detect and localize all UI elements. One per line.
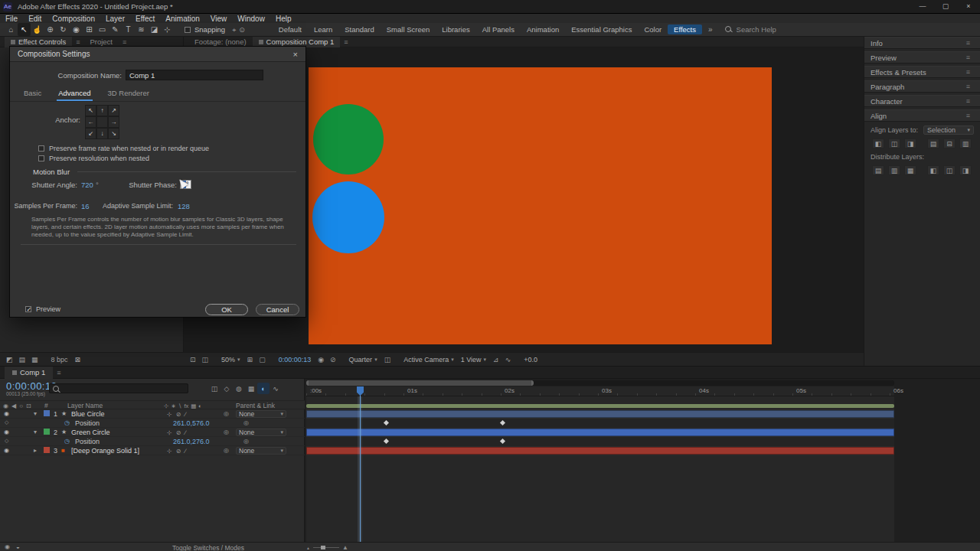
distribute-h-center-icon[interactable]: ◫ [943,165,956,175]
switch-icon[interactable]: ⊹ [167,429,172,436]
snapping-checkbox[interactable] [185,27,191,33]
show-channel-icon[interactable]: ⊘ [330,356,336,364]
layer-bar-green-circle[interactable] [306,429,894,436]
switch-icon[interactable]: ⊹ [167,411,172,418]
resolution-dropdown[interactable]: Quarter ▾ [349,356,377,364]
preserve-framerate-checkbox[interactable] [38,145,44,152]
delete-icon[interactable]: ⊠ [75,356,81,364]
panel-menu-icon[interactable]: ≡ [344,38,348,46]
position-value[interactable]: 261.0,276.0 [173,438,210,445]
layer-row-blue-circle[interactable]: ◉ ▾ 1 ★ Blue Circle ⊹⊘∕ ◎ None ▾ [0,409,305,419]
blue-circle[interactable] [312,181,384,253]
anchor-arrow-button[interactable]: ↗ [108,105,119,116]
draft-3d-icon[interactable]: ◇ [220,383,233,394]
property-name[interactable]: Position [75,438,100,445]
workspace-overflow-icon[interactable]: » [708,25,713,34]
toggle-switches-modes-button[interactable]: Toggle Switches / Modes [172,544,244,551]
zoom-in-icon[interactable]: ▲ [342,544,348,551]
zoom-out-icon[interactable]: ▲ [306,546,310,550]
twirl-open-icon[interactable]: ▾ [34,429,37,435]
timeline-tab-comp1[interactable]: Comp 1 [5,367,53,379]
pen-tool-icon[interactable]: ✎ [109,23,122,36]
layer-name[interactable]: [Deep Orange Solid 1] [71,447,139,455]
shutter-angle-value[interactable]: 720 [81,181,93,189]
time-navigator-handle[interactable] [306,380,534,386]
eye-icon[interactable]: ◉ [4,410,9,417]
menu-item[interactable]: Effect [130,15,160,23]
distribute-bottom-icon[interactable]: ▦ [904,165,916,175]
hand-tool-icon[interactable]: ☝ [31,23,44,36]
orange-solid-canvas[interactable] [309,67,772,344]
selection-tool-icon[interactable]: ↖ [18,23,31,36]
menu-item[interactable]: Layer [100,15,130,23]
keyframe-nav-icon[interactable]: ◇ [5,419,8,425]
keyframe-nav-icon[interactable]: ◇ [5,438,8,444]
eye-icon[interactable]: ◉ [4,429,9,435]
panel-menu-icon[interactable]: ≡ [966,54,970,61]
switch-icon[interactable]: ∕ [185,411,185,418]
adaptive-sample-limit-value[interactable]: 128 [178,202,190,210]
workspace-tab-all-panels[interactable]: All Panels [476,24,521,34]
twirl-open-icon[interactable]: ▾ [34,410,37,417]
anchor-arrow-button[interactable]: ↑ [96,105,108,116]
parent-link-dropdown[interactable]: None ▾ [236,429,286,436]
panel-header-effects-presets[interactable]: Effects & Presets ≡ [864,66,980,78]
distribute-right-icon[interactable]: ◨ [959,165,972,175]
camera-view-dropdown[interactable]: Active Camera ▾ [403,356,454,364]
timeline-zoom-control[interactable]: ▲ ▲ [306,544,348,551]
snap-to-feature-icon[interactable]: ⌖ [232,26,236,34]
menu-item[interactable]: Animation [160,15,204,23]
clone-stamp-tool-icon[interactable]: ◪ [148,23,161,36]
view-layout-dropdown[interactable]: 1 View ▾ [461,356,486,364]
search-help[interactable]: Search Help [725,25,776,34]
panel-header-align[interactable]: Align ≡ [864,109,980,122]
grid-guides-icon[interactable]: ⊞ [247,356,253,364]
align-right-icon[interactable]: ◨ [904,139,916,148]
workspace-tab-standard[interactable]: Standard [338,24,381,34]
layer-name-column[interactable]: Layer Name [67,402,103,409]
switch-icon[interactable]: ⊘ [176,411,181,418]
snap-options-icon[interactable]: ⊙ [239,26,245,34]
av-status-icon[interactable]: ◉ [5,543,10,550]
align-v-center-icon[interactable]: ⊟ [943,139,956,148]
minimize-button[interactable]: — [911,0,934,13]
pick-whip-icon[interactable]: ◎ [243,438,249,445]
eye-icon[interactable]: ◉ [4,447,9,454]
switch-icon[interactable]: ∕ [185,448,185,455]
align-h-center-icon[interactable]: ◫ [888,139,900,148]
type-tool-icon[interactable]: T [122,23,135,36]
workspace-tab-color[interactable]: Color [638,24,668,34]
brush-tool-icon[interactable]: ≋ [135,23,148,36]
label-color-chip[interactable] [44,429,50,435]
comp-mini-flowchart-icon[interactable]: ◫ [208,383,220,394]
shy-layers-icon[interactable]: ◍ [233,383,245,394]
zoom-slider-thumb[interactable] [321,546,325,549]
distribute-top-icon[interactable]: ▤ [872,165,884,175]
pick-whip-icon[interactable]: ◎ [224,429,229,435]
always-preview-icon[interactable]: ⊡ [190,356,196,364]
ok-button[interactable]: OK [205,304,248,315]
bit-depth-indicator[interactable]: 8 bpc [51,356,68,364]
panel-menu-icon[interactable]: ≡ [966,97,970,105]
switch-icon[interactable]: ⊘ [176,429,181,436]
menu-item[interactable]: File [0,15,23,23]
layer-row-orange-solid[interactable]: ◉ ▸ 3 ■ [Deep Orange Solid 1] ⊹⊘∕ ◎ None… [0,446,305,455]
align-layers-to-dropdown[interactable]: Selection ▾ [923,126,974,135]
panel-menu-icon[interactable]: ≡ [57,369,60,377]
tab-3d-renderer[interactable]: 3D Renderer [106,87,151,101]
switch-icon[interactable]: ⊘ [176,448,181,455]
pan-behind-tool-icon[interactable]: ⊞ [83,23,96,36]
pick-whip-icon[interactable]: ◎ [224,410,229,417]
panel-menu-icon[interactable]: ≡ [966,39,970,47]
workspace-tab-default[interactable]: Default [273,24,308,34]
time-ruler[interactable]: :00s01s02s03s04s05s06s [306,386,894,396]
parent-link-column[interactable]: Parent & Link [236,402,275,409]
panel-menu-icon[interactable]: ≡ [966,112,970,119]
property-row-position-2[interactable]: ◇ ◷ Position 261.0,276.0 ◎ [0,437,305,446]
graph-editor-icon[interactable]: ∿ [270,383,282,394]
distribute-left-icon[interactable]: ◧ [927,165,939,175]
property-row-position-1[interactable]: ◇ ◷ Position 261.0,576.0 ◎ [0,419,305,428]
exposure-value[interactable]: +0.0 [524,356,537,364]
menu-item[interactable]: Help [270,15,297,23]
panel-header-paragraph[interactable]: Paragraph ≡ [864,80,980,93]
